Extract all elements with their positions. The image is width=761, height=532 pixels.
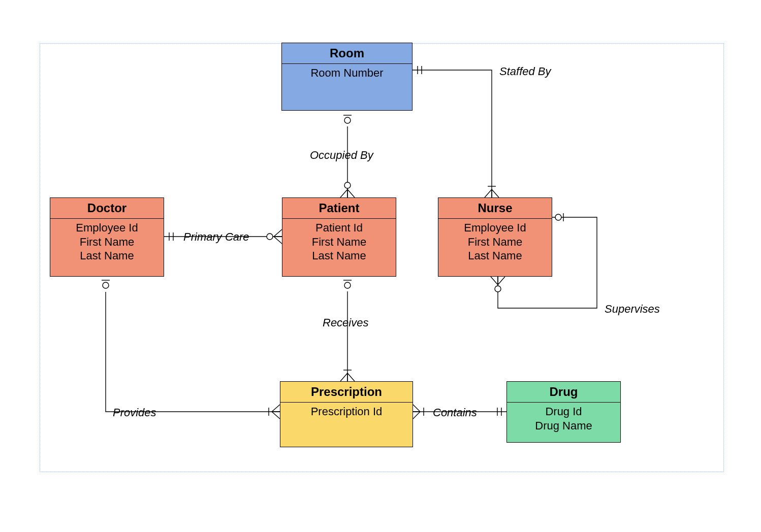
entity-doctor-title: Doctor <box>50 198 164 219</box>
entity-drug[interactable]: Drug Drug Id Drug Name <box>506 381 621 443</box>
rel-supervises-label[interactable]: Supervises <box>605 303 660 316</box>
entity-prescription-attr-0: Prescription Id <box>287 405 406 419</box>
entity-patient-attrs: Patient Id First Name Last Name <box>282 219 396 276</box>
entity-patient-title: Patient <box>282 198 396 219</box>
rel-provides-label[interactable]: Provides <box>113 406 156 419</box>
rel-primary-care-label[interactable]: Primary Care <box>183 230 249 244</box>
entity-patient-attr-0: Patient Id <box>289 221 390 235</box>
entity-patient[interactable]: Patient Patient Id First Name Last Name <box>282 197 396 277</box>
entity-doctor-attr-0: Employee Id <box>56 221 157 235</box>
entity-patient-attr-2: Last Name <box>289 249 390 263</box>
rel-contains-label[interactable]: Contains <box>433 406 477 419</box>
entity-nurse-attr-0: Employee Id <box>445 221 546 235</box>
entity-drug-attr-0: Drug Id <box>513 405 614 419</box>
entity-patient-attr-1: First Name <box>289 235 390 249</box>
entity-doctor-attr-2: Last Name <box>56 249 157 263</box>
entity-doctor[interactable]: Doctor Employee Id First Name Last Name <box>50 197 164 277</box>
entity-prescription-attrs: Prescription Id <box>280 403 413 447</box>
rel-receives-label[interactable]: Receives <box>323 316 368 329</box>
entity-room-attr-0: Room Number <box>288 66 406 80</box>
rel-occupied-by-label[interactable]: Occupied By <box>310 149 373 162</box>
er-diagram-canvas: Room Room Number Doctor Employee Id Firs… <box>0 0 761 532</box>
entity-doctor-attr-1: First Name <box>56 235 157 249</box>
entity-room[interactable]: Room Room Number <box>281 43 413 111</box>
entity-prescription-title: Prescription <box>280 382 413 403</box>
entity-nurse-title: Nurse <box>438 198 552 219</box>
entity-room-title: Room <box>282 43 412 64</box>
entity-nurse-attrs: Employee Id First Name Last Name <box>438 219 552 276</box>
entity-nurse-attr-2: Last Name <box>445 249 546 263</box>
entity-drug-attr-1: Drug Name <box>513 419 614 433</box>
entity-drug-title: Drug <box>507 382 620 403</box>
entity-doctor-attrs: Employee Id First Name Last Name <box>50 219 164 276</box>
entity-prescription[interactable]: Prescription Prescription Id <box>280 381 413 447</box>
entity-drug-attrs: Drug Id Drug Name <box>507 403 620 442</box>
entity-nurse[interactable]: Nurse Employee Id First Name Last Name <box>438 197 552 277</box>
entity-nurse-attr-1: First Name <box>445 235 546 249</box>
entity-room-attrs: Room Number <box>282 64 412 110</box>
rel-staffed-by-label[interactable]: Staffed By <box>499 65 551 78</box>
